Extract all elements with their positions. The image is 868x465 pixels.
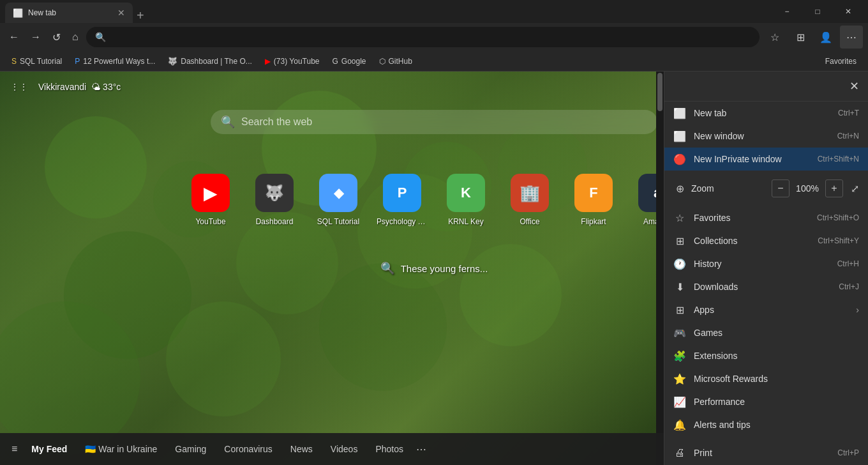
menu-item-new-tab[interactable]: ⬜ New tab Ctrl+T (664, 102, 868, 125)
close-button[interactable]: ✕ (834, 1, 863, 22)
collections-nav-button[interactable]: ⊞ (789, 26, 812, 49)
window-controls: − □ ✕ (772, 1, 863, 22)
quick-link-flipkart[interactable]: F Flipkart (568, 174, 619, 226)
active-tab[interactable]: ⬜ New tab ✕ (5, 3, 133, 23)
menu-item-shortcut: Ctrl+T (838, 109, 859, 118)
minimize-button[interactable]: − (772, 1, 802, 22)
quick-link-icon: K (447, 174, 485, 212)
refresh-button[interactable]: ↺ (49, 27, 64, 47)
menu-item-games[interactable]: 🎮 Games (664, 321, 868, 344)
quick-link-label: Office (520, 217, 539, 226)
maximize-button[interactable]: □ (803, 1, 832, 22)
menu-item-label: History (694, 259, 830, 269)
menu-item-apps[interactable]: ⊞ Apps › (664, 298, 868, 321)
menu-item-label: Apps (694, 305, 848, 315)
weather-temp: 🌤 33°c (91, 82, 121, 92)
menu-item-favorites[interactable]: ☆ Favorites Ctrl+Shift+O (664, 206, 868, 229)
home-button[interactable]: ⌂ (68, 27, 82, 47)
new-tab-button[interactable]: + (137, 8, 144, 23)
menu-item-extensions[interactable]: 🧩 Extensions (664, 344, 868, 367)
menu-item-alerts[interactable]: 🔔 Alerts and tips (664, 413, 868, 436)
rewards-icon: ⭐ (673, 373, 686, 385)
settings-button[interactable]: ⋯ (840, 26, 863, 49)
menu-item-performance[interactable]: 📈 Performance (664, 390, 868, 413)
zoom-out-button[interactable]: − (772, 179, 789, 197)
menu-item-inprivate[interactable]: 🔴 New InPrivate window Ctrl+Shift+N (664, 148, 868, 171)
forward-button[interactable]: → (27, 27, 45, 47)
quick-link-label: SQL Tutorial (317, 217, 359, 226)
nav-item-gaming[interactable]: Gaming (167, 440, 214, 458)
profile-button[interactable]: 👤 (814, 26, 837, 49)
bookmark-dashboard[interactable]: 🐺 Dashboard | The O... (163, 55, 257, 68)
quick-link-psychology[interactable]: P Psychology T... (377, 174, 428, 226)
menu-item-print[interactable]: 🖨 Print Ctrl+P (664, 441, 868, 464)
nav-item-ukraine[interactable]: 🇺🇦 War in Ukraine (77, 440, 165, 458)
nav-item-photos[interactable]: Photos (368, 440, 411, 458)
menu-item-downloads[interactable]: ⬇ Downloads Ctrl+J (664, 275, 868, 298)
menu-item-collections[interactable]: ⊞ Collections Ctrl+Shift+Y (664, 229, 868, 252)
page-scrollbar[interactable] (656, 72, 664, 465)
tab-close-button[interactable]: ✕ (117, 8, 125, 18)
bookmark-icon: G (332, 57, 338, 66)
apps-icon: ⊞ (673, 304, 686, 316)
favorites-nav-button[interactable]: ☆ (763, 26, 786, 49)
tab-group: ⬜ New tab ✕ + (5, 0, 144, 23)
menu-item-label: New InPrivate window (694, 154, 810, 164)
bookmarks-bar: S SQL Tutorial P 12 Powerful Ways t... 🐺… (0, 51, 868, 72)
menu-item-shortcut: Ctrl+Shift+O (817, 213, 859, 222)
back-button[interactable]: ← (5, 27, 23, 47)
nav-item-videos[interactable]: Videos (323, 440, 366, 458)
quick-link-icon: F (574, 174, 613, 212)
menu-item-new-window[interactable]: ⬜ New window Ctrl+N (664, 125, 868, 148)
menu-item-label: Collections (694, 236, 810, 246)
address-bar[interactable]: 🔍 (86, 27, 760, 47)
menu-item-label: New window (694, 131, 830, 141)
quick-link-sql[interactable]: ◆ SQL Tutorial (313, 174, 364, 226)
menu-item-label: Microsoft Rewards (694, 374, 859, 384)
menu-header: ✕ (664, 72, 868, 102)
menu-item-shortcut: Ctrl+J (839, 282, 859, 291)
menu-close-button[interactable]: ✕ (847, 77, 862, 96)
bookmark-icon: ⬡ (379, 57, 385, 66)
quick-link-office[interactable]: 🏢 Office (504, 174, 555, 226)
bookmark-label: Google (341, 57, 366, 66)
menu-item-shortcut: Ctrl+Shift+N (818, 155, 859, 164)
bookmark-sql[interactable]: S SQL Tutorial (6, 55, 67, 68)
quick-link-dashboard[interactable]: 🐺 Dashboard (249, 174, 300, 226)
search-input[interactable] (241, 116, 647, 128)
bookmark-youtube[interactable]: ▶ (73) YouTube (260, 55, 325, 68)
quick-link-youtube[interactable]: ▶ YouTube (185, 174, 236, 226)
bookmark-google[interactable]: G Google (327, 55, 371, 68)
nav-item-coronavirus[interactable]: Coronavirus (216, 440, 280, 458)
bookmark-github[interactable]: ⬡ GitHub (374, 55, 417, 68)
performance-icon: 📈 (673, 396, 686, 408)
title-bar: ⬜ New tab ✕ + − □ ✕ (0, 0, 868, 23)
games-icon: 🎮 (673, 327, 686, 339)
zoom-expand-button[interactable]: ⤢ (851, 183, 859, 195)
tab-icon: ⬜ (13, 8, 23, 18)
quick-link-krnl[interactable]: K KRNL Key (440, 174, 491, 226)
menu-item-history[interactable]: 🕐 History Ctrl+H (664, 252, 868, 275)
quick-links: ▶ YouTube 🐺 Dashboard ◆ SQL Tutorial P P… (185, 174, 683, 226)
nav-item-news[interactable]: News (283, 440, 320, 458)
scrollbar-thumb[interactable] (657, 73, 662, 111)
zoom-control: ⊕ Zoom − 100% + ⤢ (664, 176, 868, 201)
downloads-icon: ⬇ (673, 281, 686, 293)
menu-item-shortcut: Ctrl+H (837, 259, 859, 268)
zoom-value: 100% (795, 183, 820, 194)
alerts-icon: 🔔 (673, 419, 686, 431)
dropdown-menu: ✕ ⬜ New tab Ctrl+T ⬜ New window Ctrl+N 🔴… (664, 72, 868, 465)
menu-item-rewards[interactable]: ⭐ Microsoft Rewards (664, 367, 868, 390)
nav-item-myfeed[interactable]: My Feed (24, 440, 75, 458)
weather-widget: ⋮⋮ Vikkiravandi 🌤 33°c (10, 82, 121, 92)
quick-link-label: YouTube (195, 217, 225, 226)
bookmark-12powerful[interactable]: P 12 Powerful Ways t... (70, 55, 160, 68)
quick-link-icon: 🏢 (511, 174, 549, 212)
nav-label: Videos (331, 444, 358, 454)
hamburger-menu-button[interactable]: ≡ (8, 439, 21, 459)
more-button[interactable]: ⋯ (416, 443, 426, 455)
zoom-in-button[interactable]: + (825, 179, 843, 197)
search-icon: 🔍 (221, 115, 235, 129)
address-input[interactable] (111, 32, 751, 42)
main-content: ⋮⋮ Vikkiravandi 🌤 33°c 🔍 🔍 These young f… (0, 72, 868, 465)
